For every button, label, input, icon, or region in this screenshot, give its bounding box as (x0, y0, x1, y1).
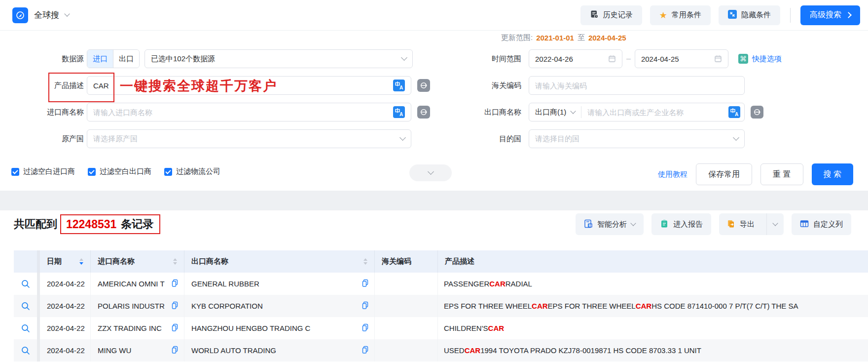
search-panel: 更新范围: 2021-01-01 至 2024-04-25 数据源 进口 出口 … (0, 31, 868, 191)
export-options-button[interactable] (766, 213, 784, 235)
copy-icon[interactable] (171, 279, 179, 289)
row-detail-button[interactable] (14, 273, 37, 295)
hs-code-input[interactable] (535, 81, 738, 90)
update-range-label: 更新范围: (501, 33, 533, 42)
calendar-icon (608, 55, 616, 63)
row-hs-code (375, 295, 438, 317)
synonym-search-icon[interactable] (751, 106, 763, 119)
smart-analysis-button[interactable]: BI 智能分析 (576, 213, 644, 235)
search-button[interactable]: 搜 索 (812, 163, 853, 185)
origin-country-row: 原产国 请选择原产国 (0, 129, 411, 149)
row-exporter-name: GENERAL RUBBER (191, 280, 259, 288)
row-importer-name: POLARIS INDUSTR (98, 302, 165, 310)
product-desc-field: A (87, 76, 411, 95)
table-body: 2024-04-22 AMERICAN OMNI T GENERAL RUBBE… (14, 273, 868, 362)
columns-icon (800, 219, 809, 230)
table-row: 2024-04-22 ZZX TRADING INC HANGZHOU HENG… (14, 317, 868, 339)
copy-icon[interactable] (361, 323, 369, 333)
exporter-cell: GENERAL RUBBER (184, 273, 375, 295)
advanced-search-button[interactable]: 高级搜索 (800, 5, 860, 25)
magnifier-icon (21, 323, 31, 333)
expand-conditions-button[interactable] (409, 164, 452, 181)
exporter-cell: HANGZHOU HENGBO TRADING C (184, 317, 375, 339)
bi-analysis-icon: BI (584, 219, 593, 230)
data-source-select[interactable]: 已选中102个数据源 (145, 49, 413, 68)
quick-options-button[interactable]: ⌘ 快捷选项 (738, 54, 782, 64)
filter-blank-exporter-checkbox[interactable]: 过滤空白出口商 (88, 167, 151, 176)
copy-icon[interactable] (361, 301, 369, 311)
enter-report-button[interactable]: 进入报告 (651, 213, 711, 235)
chevron-down-icon (64, 11, 70, 16)
history-icon (590, 10, 599, 20)
copy-icon[interactable] (361, 346, 369, 356)
sort-exporter-control[interactable] (363, 258, 367, 265)
exporter-cell: WORLD AUTO TRADING (184, 339, 375, 362)
export-button[interactable]: 导出 (719, 213, 762, 235)
sort-importer-control[interactable] (173, 258, 177, 265)
sort-date-control[interactable] (79, 258, 83, 265)
row-date: 2024-04-22 (40, 317, 91, 339)
row-detail-button[interactable] (14, 295, 37, 317)
results-header: 共匹配到 12248531 条记录 BI 智能分析 进入报告 (14, 212, 851, 236)
synonym-search-icon[interactable] (417, 106, 430, 119)
data-source-selected-text: 已选中102个数据源 (151, 54, 215, 64)
exporter-input[interactable] (581, 108, 728, 117)
history-button[interactable]: 历史记录 (580, 5, 642, 25)
save-favorite-button[interactable]: 保存常用 (696, 163, 752, 185)
origin-country-label: 原产国 (0, 134, 84, 144)
import-option[interactable]: 进口 (87, 50, 113, 68)
hs-code-field (529, 76, 745, 95)
tutorial-link[interactable]: 使用教程 (658, 170, 687, 179)
origin-country-select[interactable]: 请选择原产国 (87, 129, 411, 148)
filter-blank-importer-checkbox[interactable]: 过滤空白进口商 (11, 167, 75, 176)
topbar: 全球搜 历史记录 ★ 常用条件 隐藏条件 高级搜索 (0, 0, 868, 31)
row-product-desc: CHILDREN'S CAR (438, 317, 868, 339)
copy-icon[interactable] (171, 301, 179, 311)
chevron-right-icon (845, 12, 852, 18)
copy-icon[interactable] (171, 346, 179, 356)
copy-icon[interactable] (361, 279, 369, 289)
update-range-end: 2024-04-25 (588, 34, 626, 42)
custom-columns-button[interactable]: 自定义列 (792, 213, 851, 235)
row-importer-name: AMERICAN OMNI T (98, 280, 165, 288)
header-search-col (14, 250, 37, 273)
importer-cell: MING WU (91, 339, 184, 362)
app-brand[interactable]: 全球搜 (12, 7, 69, 23)
translate-icon[interactable]: A (393, 80, 405, 91)
start-date-input[interactable]: 2022-04-26 (529, 49, 622, 68)
calendar-icon (714, 55, 722, 63)
match-count: 12248531 (66, 218, 116, 231)
copy-icon[interactable] (171, 323, 179, 333)
row-exporter-name: HANGZHOU HENGBO TRADING C (191, 324, 310, 332)
annotation-box-count: 12248531 条记录 (60, 214, 160, 234)
translate-icon[interactable]: A (728, 106, 740, 118)
chevron-down-icon (733, 134, 739, 141)
hide-conditions-button[interactable]: 隐藏条件 (719, 5, 780, 25)
exporter-field: 出口商(1) A (529, 103, 745, 121)
export-option[interactable]: 出口 (113, 50, 139, 68)
end-date-input[interactable]: 2024-04-25 (635, 49, 728, 68)
translate-icon[interactable]: A (393, 106, 405, 118)
row-detail-button[interactable] (14, 317, 37, 339)
synonym-search-icon[interactable] (417, 79, 430, 92)
data-source-row: 数据源 进口 出口 已选中102个数据源 (0, 49, 413, 69)
collapse-icon (728, 10, 737, 20)
row-hs-code (375, 273, 438, 295)
reset-button[interactable]: 重 置 (760, 163, 803, 185)
topbar-actions: 历史记录 ★ 常用条件 隐藏条件 高级搜索 (580, 5, 860, 25)
export-split-button: 导出 (719, 213, 784, 235)
product-desc-input[interactable] (93, 81, 393, 90)
favorites-button[interactable]: ★ 常用条件 (650, 5, 711, 25)
destination-row: 目的国 请选择目的国 (434, 129, 745, 149)
importer-input[interactable] (93, 108, 393, 117)
row-importer-name: MING WU (98, 346, 131, 355)
row-detail-button[interactable] (14, 339, 37, 362)
exporter-type-select[interactable]: 出口商(1) (529, 108, 581, 117)
destination-select[interactable]: 请选择目的国 (529, 129, 745, 148)
report-icon (660, 219, 669, 230)
exporter-cell: KYB CORPORATION (184, 295, 375, 317)
checkbox-checked-icon (11, 168, 19, 176)
header-hs-code: 海关编码 (375, 250, 438, 273)
filter-logistics-checkbox[interactable]: 过滤物流公司 (164, 167, 220, 176)
update-range: 更新范围: 2021-01-01 至 2024-04-25 (501, 33, 626, 42)
